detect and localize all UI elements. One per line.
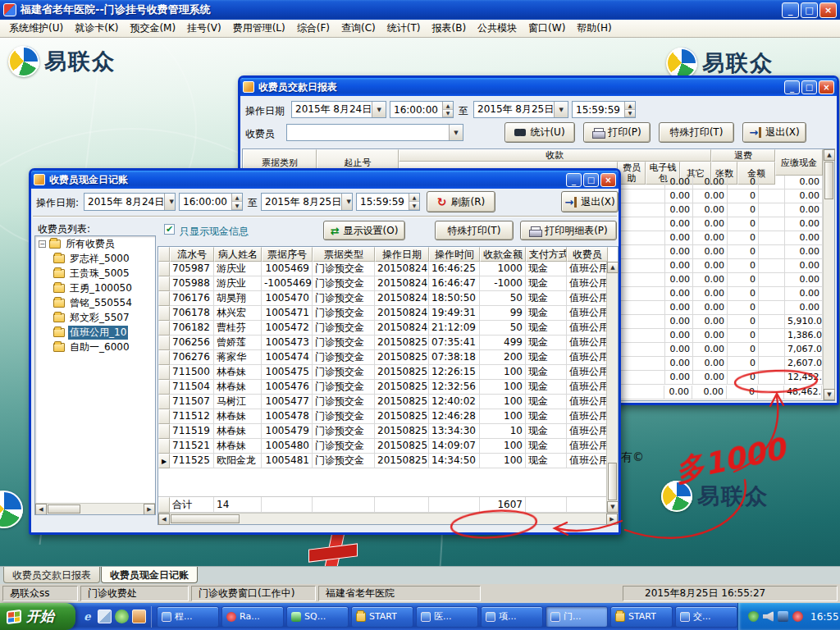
menu-item[interactable]: 帮助(H)	[571, 20, 617, 37]
tree-item[interactable]: 罗志祥_5000	[35, 251, 155, 266]
close-icon[interactable]: ×	[600, 173, 616, 187]
tree-horizontal-scrollbar[interactable]: ◀ ▶	[35, 503, 155, 514]
spin-up-icon[interactable]: ▲	[625, 102, 635, 110]
network-icon[interactable]	[778, 611, 788, 622]
chevron-down-icon[interactable]: ▼	[449, 125, 463, 140]
table-row[interactable]: 711512林春妹1005478门诊预交金2015082512:46:28100…	[158, 409, 618, 424]
menu-item[interactable]: 公共模块	[472, 20, 523, 37]
date-to-combo[interactable]: 2015年 8月25日 ▼	[261, 193, 353, 211]
chevron-down-icon[interactable]: ▼	[164, 194, 176, 210]
journal-window-title-bar[interactable]: 收费员现金日记账 _ □ ×	[31, 171, 619, 189]
table-row[interactable]: 711521林春妹1005480门诊预交金2015082514:09:07100…	[158, 439, 618, 454]
menu-item[interactable]: 费用管理(L)	[227, 20, 291, 37]
table-row[interactable]: 711507马树江1005477门诊预交金2015082512:40:02100…	[158, 395, 618, 409]
restore-icon[interactable]: □	[801, 2, 818, 18]
taskbar-task[interactable]: START	[610, 606, 673, 628]
tree-root[interactable]: − 所有收费员	[35, 236, 155, 251]
tree-item[interactable]: 王勇_100050	[35, 281, 155, 295]
taskbar-task[interactable]: SQ...	[286, 606, 349, 628]
exit-button[interactable]: → 退出(X)	[561, 191, 619, 212]
column-header-amount-due[interactable]: 应缴现金	[775, 149, 823, 176]
column-header[interactable]: 收款金额	[480, 247, 526, 262]
menu-item[interactable]: 报表(B)	[426, 20, 472, 37]
menu-item[interactable]: 窗口(W)	[523, 20, 571, 37]
stats-button[interactable]: 统计(U)	[504, 122, 575, 143]
table-row[interactable]: 706178林兴宏1005471门诊预交金2015082419:49:3199现…	[158, 306, 618, 321]
exit-button[interactable]: → 退出(X)	[742, 122, 806, 143]
table-row[interactable]: 706182曹桂芬1005472门诊预交金2015082421:12:0950现…	[158, 321, 618, 336]
tree-item[interactable]: 值班公用_10	[35, 325, 155, 340]
scroll-left-icon[interactable]: ◀	[158, 514, 170, 525]
row-selector[interactable]	[158, 424, 170, 439]
spin-down-icon[interactable]: ▼	[443, 110, 453, 118]
table-vertical-scrollbar[interactable]: ▲ ▼	[606, 262, 618, 513]
taskbar-task[interactable]: 项...	[481, 606, 543, 628]
report-vertical-scrollbar[interactable]: ▲ ▼	[823, 149, 834, 400]
volume-icon[interactable]	[763, 611, 774, 622]
table-row[interactable]: ▶711525欧阳金龙1005481门诊预交金2015082514:34:501…	[158, 454, 618, 468]
spin-up-icon[interactable]: ▲	[232, 194, 242, 202]
special-print-button[interactable]: 特殊打印(T)	[659, 122, 734, 143]
table-row[interactable]: 711504林春妹1005476门诊预交金2015082512:32:56100…	[158, 380, 618, 395]
column-header[interactable]: 票据序号	[262, 247, 313, 262]
time-from-spinner[interactable]: 16:00:00 ▲▼	[179, 193, 243, 211]
tray-icon[interactable]	[792, 611, 803, 622]
row-selector[interactable]: ▶	[158, 454, 170, 468]
row-selector[interactable]	[158, 276, 170, 291]
scrollbar-thumb[interactable]	[824, 162, 833, 199]
spin-up-icon[interactable]: ▲	[409, 194, 419, 202]
tree-item[interactable]: 自助一_6000	[35, 340, 155, 354]
maximize-icon[interactable]: □	[801, 80, 817, 94]
menu-item[interactable]: 综合(F)	[291, 20, 336, 37]
table-horizontal-scrollbar[interactable]: ◀ ▶	[158, 513, 618, 524]
taskbar-task[interactable]: 医...	[416, 606, 478, 628]
close-icon[interactable]: ×	[819, 2, 837, 18]
menu-item[interactable]: 统计(T)	[381, 20, 427, 37]
row-selector[interactable]	[158, 336, 170, 350]
cashier-combo[interactable]: ▼	[286, 124, 463, 141]
taskbar-task[interactable]: Ra...	[221, 606, 284, 628]
table-row[interactable]: 705988游庆业-1005469门诊预交金2015082416:46:47-1…	[158, 276, 618, 291]
tree-item[interactable]: 曾铭_550554	[35, 295, 155, 310]
menu-item[interactable]: 查询(C)	[336, 20, 381, 37]
row-selector[interactable]	[158, 439, 170, 454]
table-row[interactable]: 706256曾娇莲1005473门诊预交金2015082507:35:41499…	[158, 336, 618, 350]
close-icon[interactable]: ×	[819, 80, 834, 94]
date-from-combo[interactable]: 2015年 8月24日 ▼	[291, 101, 386, 118]
spin-down-icon[interactable]: ▼	[625, 110, 635, 118]
ie-icon[interactable]: e	[80, 609, 94, 623]
menu-item[interactable]: 预交金(M)	[124, 20, 181, 37]
column-header[interactable]: 病人姓名	[214, 247, 262, 262]
date-from-combo[interactable]: 2015年 8月24日 ▼	[84, 193, 176, 211]
report-window-title-bar[interactable]: 收费员交款日报表 _ □ ×	[240, 78, 837, 96]
row-selector[interactable]	[158, 409, 170, 424]
row-selector[interactable]	[158, 380, 170, 395]
minimize-icon[interactable]: _	[784, 80, 800, 94]
menu-item[interactable]: 挂号(V)	[181, 20, 227, 37]
taskbar-task[interactable]: 程...	[157, 606, 219, 628]
scroll-up-icon[interactable]: ▲	[824, 149, 835, 161]
scrollbar-thumb[interactable]	[171, 514, 240, 523]
special-print-button[interactable]: 特殊打印(T)	[435, 221, 514, 240]
scroll-down-icon[interactable]: ▼	[607, 501, 619, 513]
show-desktop-icon[interactable]	[98, 609, 112, 623]
print-button[interactable]: 打印(P)	[583, 122, 651, 143]
scroll-right-icon[interactable]: ▶	[606, 514, 618, 525]
scroll-down-icon[interactable]: ▼	[824, 389, 835, 400]
taskbar-task[interactable]: 门...	[546, 606, 608, 628]
scrollbar-thumb[interactable]	[608, 463, 617, 500]
chevron-down-icon[interactable]: ▼	[554, 102, 568, 117]
row-selector[interactable]	[158, 321, 170, 336]
quick-launch-icon[interactable]	[115, 609, 129, 623]
table-row[interactable]: 706276蒋家华1005474门诊预交金2015082507:38:18200…	[158, 350, 618, 365]
scroll-up-icon[interactable]: ▲	[607, 262, 619, 273]
time-to-spinner[interactable]: 15:59:59 ▲▼	[572, 101, 636, 118]
row-selector[interactable]	[158, 262, 170, 276]
date-to-combo[interactable]: 2015年 8月25日 ▼	[473, 101, 568, 118]
scroll-left-icon[interactable]: ◀	[35, 504, 47, 515]
spin-down-icon[interactable]: ▼	[409, 202, 419, 210]
tree-item[interactable]: 王贵珠_5005	[35, 266, 155, 281]
taskbar-task[interactable]: START	[351, 606, 413, 628]
table-row[interactable]: 706176胡昊翔1005470门诊预交金2015082418:50:5050现…	[158, 291, 618, 306]
tray-shield-icon[interactable]	[748, 611, 759, 622]
